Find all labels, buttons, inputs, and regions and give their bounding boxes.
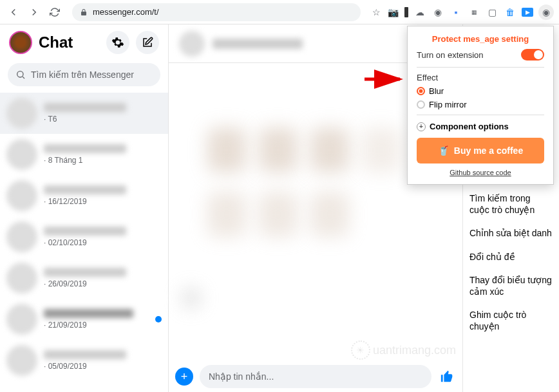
search-icon xyxy=(15,70,26,80)
reload-button[interactable] xyxy=(46,4,63,21)
toggle-label: Turn on extension xyxy=(417,50,484,60)
ext-cloud-icon[interactable]: ☁ xyxy=(413,6,426,19)
forward-button[interactable] xyxy=(26,4,43,21)
conversation-name xyxy=(213,39,303,49)
lock-icon xyxy=(80,8,88,16)
url-text: messenger.com/t/ xyxy=(93,7,159,17)
radio-checked-icon xyxy=(417,87,425,95)
buy-coffee-button[interactable]: 🥤 Buy me a coffee xyxy=(417,138,544,163)
option-nickname[interactable]: Chỉnh sửa biệt danh xyxy=(469,227,553,239)
svg-point-0 xyxy=(17,71,23,77)
chat-item[interactable]: · 8 Tháng 1 xyxy=(0,134,168,175)
user-avatar[interactable] xyxy=(9,31,32,54)
option-search[interactable]: Tìm kiếm trong cuộc trò chuyện xyxy=(469,192,553,216)
option-pin[interactable]: Ghim cuộc trò chuyện xyxy=(469,309,553,332)
chat-list: · T6 · 8 Tháng 1 · 16/12/2019 · 02/10/20… xyxy=(0,93,168,392)
chat-sidebar: Chat Tìm kiếm trên Messenger · T6 · 8 Th… xyxy=(0,24,169,392)
effect-label: Effect xyxy=(417,73,544,82)
chat-item[interactable]: · 02/10/2019 xyxy=(0,216,168,257)
bookmark-icon[interactable]: ☆ xyxy=(370,6,383,19)
ext-protect-icon[interactable]: ◉ xyxy=(538,5,554,20)
github-link[interactable]: Github source code xyxy=(417,169,544,176)
like-button[interactable] xyxy=(438,368,456,386)
unread-dot xyxy=(155,316,162,322)
conversation-avatar[interactable] xyxy=(179,31,205,57)
coffee-icon: 🥤 xyxy=(438,145,449,156)
option-theme[interactable]: Đổi chủ đề xyxy=(469,251,553,263)
add-attachment-button[interactable]: + xyxy=(175,368,193,386)
chat-item[interactable]: · 05/09/2019 xyxy=(0,340,168,381)
search-placeholder: Tìm kiếm trên Messenger xyxy=(31,70,134,80)
ext-bar-icon[interactable] xyxy=(404,7,408,17)
ext-camera-icon[interactable]: 📷 xyxy=(386,6,399,19)
effect-flip-option[interactable]: Flip mirror xyxy=(417,100,544,109)
sidebar-title: Chat xyxy=(39,33,100,51)
ext-tag-icon[interactable]: ▪ xyxy=(450,6,462,19)
sidebar-header: Chat xyxy=(0,24,168,59)
message-input[interactable]: Nhập tin nhắn... xyxy=(200,365,431,388)
chat-item[interactable]: · 16/12/2019 xyxy=(0,175,168,216)
settings-button[interactable] xyxy=(106,31,129,54)
back-button[interactable] xyxy=(5,4,22,21)
ext-box-icon[interactable]: ▢ xyxy=(486,6,498,19)
radio-icon xyxy=(417,100,425,109)
extension-toggle[interactable] xyxy=(521,49,544,61)
chat-item[interactable]: · 26/09/2019 xyxy=(0,257,168,299)
option-emoji[interactable]: Thay đổi biểu tượng cảm xúc xyxy=(469,274,553,297)
ext-trash-icon[interactable]: 🗑 xyxy=(504,6,516,19)
extension-icons: 📷 ☁ ◉ ▪ ▦ ▢ 🗑 ▶ ◉ xyxy=(386,5,554,20)
popup-title: Protect mes_age setting xyxy=(417,34,544,44)
component-options-toggle[interactable]: + Component options xyxy=(417,122,544,131)
chat-item[interactable]: · 21/09/2019 xyxy=(0,299,168,340)
svg-line-1 xyxy=(23,77,24,79)
plus-icon: + xyxy=(417,122,426,131)
watermark: ☀ uantrimang.com xyxy=(351,341,456,360)
extension-popup: Protect mes_age setting Turn on extensio… xyxy=(407,26,554,185)
browser-toolbar: messenger.com/t/ ☆ 📷 ☁ ◉ ▪ ▦ ▢ 🗑 ▶ ◉ xyxy=(0,0,559,24)
ext-grid-icon[interactable]: ▦ xyxy=(468,6,480,19)
effect-blur-option[interactable]: Blur xyxy=(417,86,544,96)
compose-button[interactable] xyxy=(136,31,159,54)
ext-cam2-icon[interactable]: ◉ xyxy=(431,6,444,19)
search-input[interactable]: Tìm kiếm trên Messenger xyxy=(8,63,160,86)
chat-item[interactable]: · T6 xyxy=(0,93,168,134)
ext-play-icon[interactable]: ▶ xyxy=(522,8,533,17)
message-composer: + Nhập tin nhắn... xyxy=(169,361,462,392)
address-bar[interactable]: messenger.com/t/ xyxy=(72,3,361,21)
annotation-arrow xyxy=(365,70,410,89)
